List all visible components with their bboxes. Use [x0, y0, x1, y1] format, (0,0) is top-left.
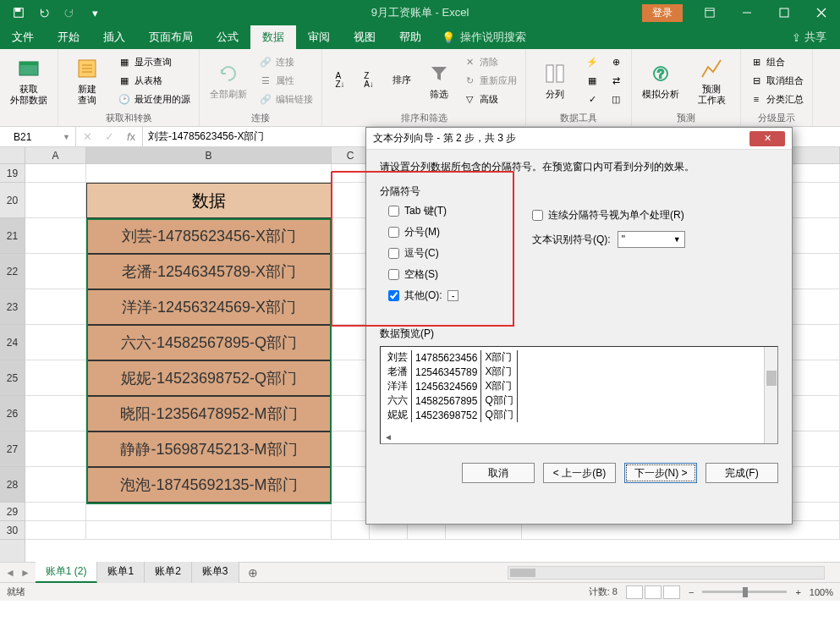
whatif-button[interactable]: ? 模拟分析: [637, 52, 684, 108]
row-header[interactable]: 24: [0, 325, 25, 360]
recent-sources-button[interactable]: 🕑最近使用的源: [114, 91, 194, 107]
edit-links-button[interactable]: 🔗编辑链接: [255, 91, 316, 107]
other-checkbox[interactable]: 其他(O):: [388, 289, 507, 303]
cell[interactable]: [332, 467, 370, 503]
name-box[interactable]: B21 ▼: [8, 127, 76, 146]
remove-duplicates-button[interactable]: ▦: [582, 72, 602, 89]
row-header[interactable]: 20: [0, 183, 25, 218]
cell[interactable]: [25, 254, 86, 289]
menu-formulas[interactable]: 公式: [205, 25, 250, 49]
get-external-data-button[interactable]: 获取 外部数据: [5, 52, 52, 108]
menu-view[interactable]: 视图: [342, 25, 387, 49]
row-header[interactable]: 30: [0, 521, 25, 540]
space-checkbox[interactable]: 空格(S): [388, 267, 507, 282]
cell[interactable]: [25, 289, 86, 325]
select-all-corner[interactable]: [0, 147, 25, 163]
new-query-button[interactable]: 新建 查询: [63, 52, 111, 108]
cell[interactable]: 刘芸-14785623456-X部门: [86, 218, 332, 254]
cell[interactable]: [25, 360, 86, 396]
cell[interactable]: [86, 521, 332, 540]
cell[interactable]: [332, 503, 370, 521]
undo-icon[interactable]: [32, 3, 56, 23]
cancel-button[interactable]: 取消: [462, 463, 535, 483]
cell[interactable]: [332, 289, 370, 325]
tell-me-search[interactable]: 💡 操作说明搜索: [433, 25, 526, 49]
zoom-slider[interactable]: [702, 591, 787, 593]
cell[interactable]: 晓阳-12356478952-M部门: [86, 396, 332, 431]
cell[interactable]: [332, 521, 370, 540]
sheet-tab[interactable]: 账单3: [192, 562, 239, 583]
sort-az-button[interactable]: AZ↓: [327, 52, 353, 108]
col-header[interactable]: C: [332, 147, 370, 163]
forecast-button[interactable]: 预测 工作表: [688, 52, 735, 108]
maximize-icon[interactable]: [766, 0, 803, 25]
flash-fill-button[interactable]: ⚡: [582, 53, 602, 70]
data-validation-button[interactable]: ✓: [582, 91, 602, 107]
menu-home[interactable]: 开始: [46, 25, 91, 49]
manage-model-button[interactable]: ◫: [606, 91, 626, 107]
fx-icon[interactable]: fx: [120, 130, 142, 143]
row-header[interactable]: 21: [0, 218, 25, 254]
refresh-all-button[interactable]: 全部刷新: [205, 52, 252, 108]
page-layout-view-button[interactable]: [645, 585, 662, 599]
share-button[interactable]: ⇪ 共享: [778, 25, 840, 49]
enter-formula-icon[interactable]: ✓: [98, 130, 120, 143]
comma-checkbox[interactable]: 逗号(C): [388, 246, 507, 261]
next-button[interactable]: 下一步(N) >: [624, 463, 697, 483]
sheet-nav-prev-icon[interactable]: ◄: [5, 567, 15, 579]
zoom-level[interactable]: 100%: [810, 587, 833, 597]
cell[interactable]: [86, 164, 332, 183]
sheet-tab[interactable]: 账单2: [145, 562, 192, 583]
page-break-view-button[interactable]: [663, 585, 680, 599]
from-table-button[interactable]: ▦从表格: [114, 72, 194, 89]
cell[interactable]: [332, 360, 370, 396]
subtotal-button[interactable]: ≡分类汇总: [746, 91, 807, 107]
cell[interactable]: [25, 164, 86, 183]
cancel-formula-icon[interactable]: ✕: [76, 130, 98, 143]
cell[interactable]: 六六-14582567895-Q部门: [86, 325, 332, 360]
ungroup-button[interactable]: ⊟取消组合: [746, 72, 807, 89]
advanced-filter-button[interactable]: ▽高级: [459, 91, 520, 107]
cell[interactable]: [25, 325, 86, 360]
other-delimiter-input[interactable]: [447, 290, 458, 301]
preview-scroll-left-icon[interactable]: ◄: [384, 432, 393, 442]
menu-insert[interactable]: 插入: [91, 25, 137, 49]
cell[interactable]: [332, 325, 370, 360]
text-to-columns-button[interactable]: 分列: [531, 52, 579, 108]
properties-button[interactable]: ☰属性: [255, 72, 316, 89]
menu-review[interactable]: 审阅: [296, 25, 342, 49]
row-header[interactable]: 25: [0, 360, 25, 396]
normal-view-button[interactable]: [626, 585, 643, 599]
row-header[interactable]: 28: [0, 467, 25, 503]
finish-button[interactable]: 完成(F): [705, 463, 778, 483]
cell[interactable]: [25, 503, 86, 521]
zoom-out-button[interactable]: −: [689, 587, 694, 597]
col-header[interactable]: A: [25, 147, 86, 163]
cell[interactable]: [332, 254, 370, 289]
cell[interactable]: [25, 396, 86, 431]
semicolon-checkbox[interactable]: 分号(M): [388, 225, 507, 239]
cell[interactable]: [25, 521, 86, 540]
cell[interactable]: [25, 431, 86, 467]
connections-button[interactable]: 🔗连接: [255, 53, 316, 70]
menu-file[interactable]: 文件: [0, 25, 46, 49]
back-button[interactable]: < 上一步(B): [543, 463, 616, 483]
row-header[interactable]: 19: [0, 164, 25, 183]
show-queries-button[interactable]: ▦显示查询: [114, 53, 194, 70]
menu-data[interactable]: 数据: [250, 25, 296, 49]
row-header[interactable]: 29: [0, 503, 25, 521]
cell[interactable]: [332, 396, 370, 431]
sheet-tab[interactable]: 账单1 (2): [36, 562, 98, 583]
cell[interactable]: [25, 467, 86, 503]
cell[interactable]: 老潘-12546345789-X部门: [86, 254, 332, 289]
login-button[interactable]: 登录: [642, 4, 683, 22]
row-header[interactable]: 22: [0, 254, 25, 289]
qualifier-select[interactable]: " ▼: [618, 231, 685, 248]
qat-customize-icon[interactable]: ▾: [83, 3, 107, 23]
relationships-button[interactable]: ⇄: [606, 72, 626, 89]
dialog-close-button[interactable]: ✕: [749, 131, 785, 146]
menu-layout[interactable]: 页面布局: [137, 25, 205, 49]
reapply-button[interactable]: ↻重新应用: [459, 72, 520, 89]
horizontal-scrollbar[interactable]: [508, 566, 825, 580]
zoom-in-button[interactable]: +: [795, 587, 800, 597]
